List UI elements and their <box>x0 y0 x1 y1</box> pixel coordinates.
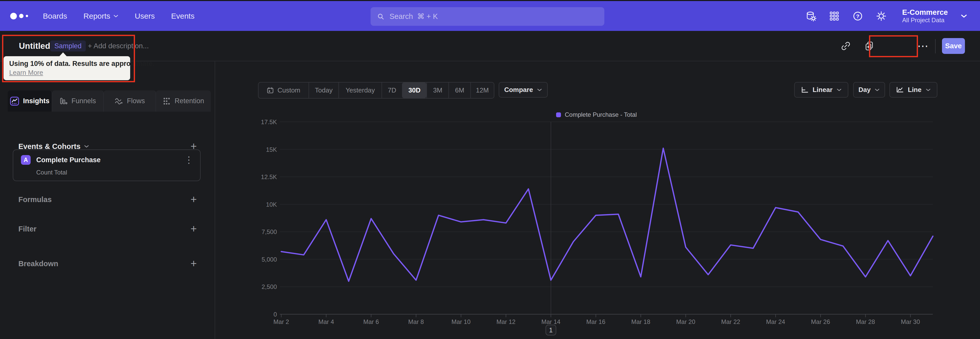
y-tick-label: 12.5K <box>261 173 277 181</box>
x-tick-label: Mar 30 <box>901 318 920 325</box>
series-letter-badge: A <box>21 155 30 165</box>
y-tick-label: 2,500 <box>262 283 277 290</box>
top-navbar: BoardsReportsUsersEvents ? E-Commerce Al… <box>0 0 980 31</box>
report-title[interactable]: Untitled <box>19 41 50 51</box>
search-input[interactable] <box>389 12 598 21</box>
project-switcher[interactable]: E-Commerce All Project Data <box>902 8 948 24</box>
date-range-selector: CustomTodayYesterday7D30D3M6M12M <box>258 82 494 99</box>
nav-item-users[interactable]: Users <box>135 12 155 21</box>
range-3m[interactable]: 3M <box>426 83 449 98</box>
legend-swatch <box>556 112 561 117</box>
divider <box>935 39 935 53</box>
chevron-down-icon <box>113 14 118 18</box>
svg-text:?: ? <box>856 13 859 19</box>
retention-icon <box>162 97 171 105</box>
save-button[interactable]: Save <box>942 38 965 54</box>
help-icon[interactable]: ? <box>852 10 863 22</box>
y-tick-label: 0 <box>274 311 277 318</box>
x-tick-label: Mar 2 <box>273 318 289 325</box>
query-builder-sidebar: InsightsFunnelsFlowsRetention Events & C… <box>0 61 215 339</box>
flows-icon <box>115 97 123 105</box>
x-tick-label: Mar 20 <box>676 318 695 325</box>
range-30d[interactable]: 30D <box>402 83 426 98</box>
y-tick-label: 15K <box>266 146 277 153</box>
annotation-chip-label: 1 <box>549 326 552 334</box>
add-description[interactable]: + Add description... <box>88 42 149 50</box>
range-7d[interactable]: 7D <box>382 83 402 98</box>
compare-button[interactable]: Compare <box>499 82 548 98</box>
sampling-tooltip: Using 10% of data. Results are approxima… <box>3 56 130 80</box>
y-tick-label: 17.5K <box>261 118 277 125</box>
duplicate-report-icon[interactable] <box>864 41 874 51</box>
tab-retention[interactable]: Retention <box>156 90 211 112</box>
y-tick-label: 10K <box>266 201 277 208</box>
search-bar[interactable] <box>371 7 605 26</box>
report-header-bar: Untitled Sampled + Add description... ⋯ … <box>0 31 980 61</box>
add-breakdown-button[interactable]: + <box>190 258 197 269</box>
tab-flows[interactable]: Flows <box>103 90 156 112</box>
chart-panel: 02,5005,0007,50010K12.5K15K17.5KMar 2Mar… <box>215 61 980 339</box>
nav-item-reports[interactable]: Reports <box>83 12 118 21</box>
project-name: E-Commerce <box>902 8 948 17</box>
section-breakdown: Breakdown+ <box>18 258 197 269</box>
x-tick-label: Mar 10 <box>452 318 471 325</box>
more-options-icon[interactable]: ⋯ <box>917 40 929 51</box>
interval-dropdown[interactable]: Day <box>853 82 885 98</box>
add-filter-button[interactable]: + <box>190 224 197 234</box>
series-line[interactable] <box>281 148 933 281</box>
chart-legend[interactable]: Complete Purchase - Total <box>556 111 637 118</box>
nav-item-boards[interactable]: Boards <box>43 12 67 21</box>
chevron-down-icon[interactable] <box>84 145 89 148</box>
legend-label: Complete Purchase - Total <box>565 111 637 118</box>
line-chart-icon <box>896 86 904 93</box>
x-tick-label: Mar 16 <box>586 318 605 325</box>
section-formulas: Formulas+ <box>18 194 197 205</box>
range-today[interactable]: Today <box>309 83 339 98</box>
insights-icon <box>10 97 19 106</box>
section-filter: Filter+ <box>18 224 197 234</box>
range-12m[interactable]: 12M <box>470 83 494 98</box>
project-scope: All Project Data <box>902 17 948 24</box>
x-tick-label: Mar 6 <box>363 318 379 325</box>
x-tick-label: Mar 14 <box>541 318 560 325</box>
x-tick-label: Mar 26 <box>811 318 830 325</box>
scale-dropdown[interactable]: Linear <box>794 82 848 98</box>
tab-insights[interactable]: Insights <box>8 90 52 112</box>
tooltip-text: Using 10% of data. Results are approxima… <box>9 60 124 68</box>
x-tick-label: Mar 18 <box>631 318 650 325</box>
search-icon <box>377 13 384 21</box>
chevron-down-icon[interactable] <box>961 14 967 18</box>
add-formulas-button[interactable]: + <box>190 194 197 205</box>
line-chart[interactable]: 02,5005,0007,50010K12.5K15K17.5KMar 2Mar… <box>215 61 980 339</box>
sampled-badge[interactable]: Sampled <box>50 40 86 51</box>
data-management-icon[interactable] <box>805 10 816 22</box>
mixpanel-logo-icon[interactable] <box>10 13 28 19</box>
settings-gear-icon[interactable] <box>876 10 887 22</box>
x-tick-label: Mar 22 <box>721 318 740 325</box>
chart-type-dropdown[interactable]: Line <box>889 82 937 98</box>
range-custom[interactable]: Custom <box>259 83 309 98</box>
x-tick-label: Mar 24 <box>766 318 785 325</box>
linear-scale-icon <box>801 86 808 93</box>
funnels-icon <box>59 97 68 105</box>
y-tick-label: 7,500 <box>262 229 277 235</box>
calendar-icon <box>267 87 274 94</box>
y-tick-label: 5,000 <box>262 256 277 263</box>
report-tabs: InsightsFunnelsFlowsRetention <box>8 90 211 112</box>
x-tick-label: Mar 12 <box>496 318 515 325</box>
tab-funnels[interactable]: Funnels <box>52 90 103 112</box>
x-tick-label: Mar 8 <box>408 318 424 325</box>
nav-item-events[interactable]: Events <box>171 12 194 21</box>
range-yesterday[interactable]: Yesterday <box>339 83 382 98</box>
learn-more-link[interactable]: Learn More <box>9 69 43 77</box>
copy-link-icon[interactable] <box>841 41 851 51</box>
kebab-menu-icon[interactable]: ⋮ <box>184 155 193 165</box>
event-card[interactable]: A Complete Purchase ⋮ Count Total <box>13 149 200 181</box>
event-name[interactable]: Complete Purchase <box>36 156 100 164</box>
x-tick-label: Mar 28 <box>856 318 875 325</box>
range-6m[interactable]: 6M <box>449 83 470 98</box>
x-tick-label: Mar 4 <box>318 318 334 325</box>
event-metric[interactable]: Count Total <box>36 169 67 176</box>
apps-grid-icon[interactable] <box>829 10 840 22</box>
